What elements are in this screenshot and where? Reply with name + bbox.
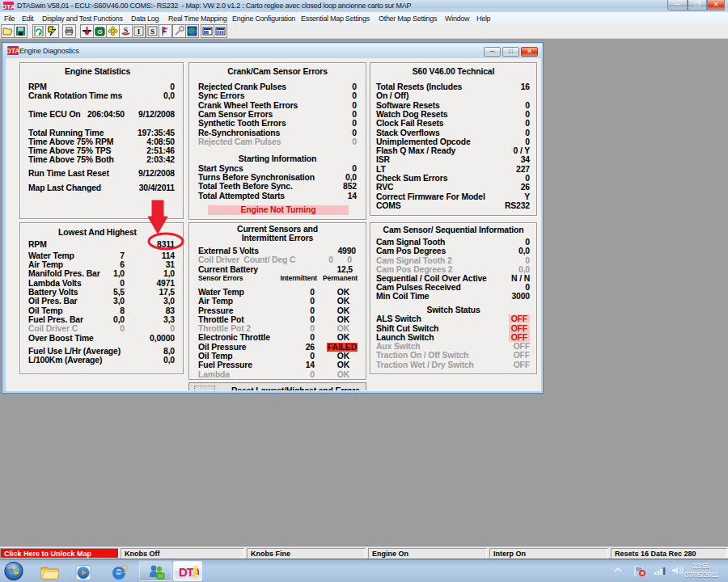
svg-text:G: G [97,28,102,36]
svg-text:DTA: DTA [3,3,15,11]
svg-text:I: I [138,27,141,36]
svg-text:S: S [124,26,129,35]
svg-text:S: S [150,27,154,36]
svg-text:DTA: DTA [7,47,19,55]
